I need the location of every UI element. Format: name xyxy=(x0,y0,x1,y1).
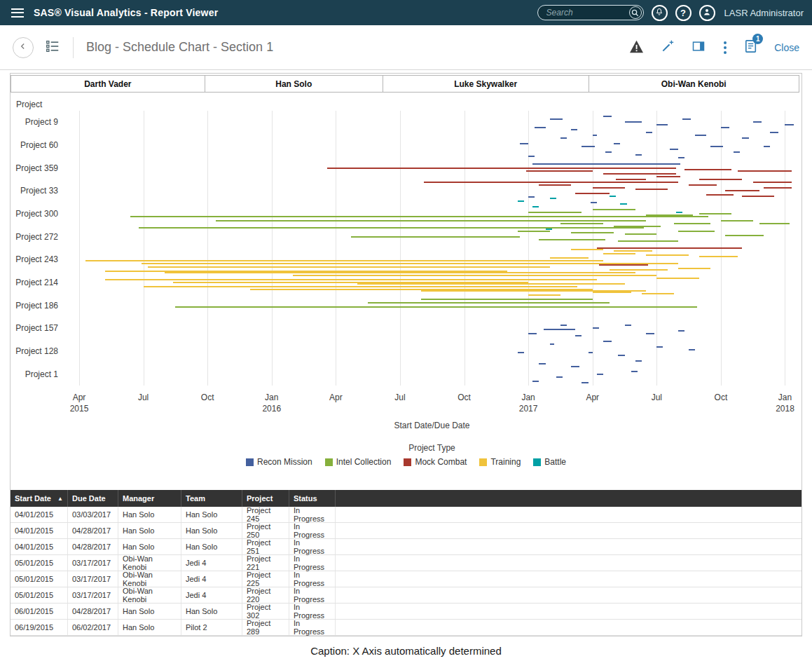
toc-button[interactable] xyxy=(45,39,60,56)
gantt-bar[interactable] xyxy=(642,293,674,294)
table-row[interactable]: 05/01/201503/17/2017Obi-Wan KenobiJedi 4… xyxy=(11,555,801,571)
person-filter-luke-skywalker[interactable]: Luke Skywalker xyxy=(383,75,589,93)
gantt-bar[interactable] xyxy=(618,355,624,356)
gantt-bar[interactable] xyxy=(560,325,567,326)
gantt-bar[interactable] xyxy=(725,190,759,191)
gantt-bar[interactable] xyxy=(357,283,625,285)
column-header-due-date[interactable]: Due Date xyxy=(68,490,118,507)
gantt-bar[interactable] xyxy=(614,226,661,227)
gantt-bar[interactable] xyxy=(646,254,689,256)
gantt-bar[interactable] xyxy=(670,149,678,150)
gantt-bar[interactable] xyxy=(550,198,556,199)
gantt-bar[interactable] xyxy=(351,236,520,238)
gantt-bar[interactable] xyxy=(753,182,792,183)
gantt-bar[interactable] xyxy=(678,157,684,158)
close-button[interactable]: Close xyxy=(774,42,799,53)
gantt-bar[interactable] xyxy=(327,168,676,169)
gantt-bar[interactable] xyxy=(616,179,646,180)
gantt-bar[interactable] xyxy=(625,233,657,235)
gantt-bar[interactable] xyxy=(599,264,648,266)
table-row[interactable]: 05/01/201503/17/2017Obi-Wan KenobiJedi 4… xyxy=(11,571,801,587)
gantt-bar[interactable] xyxy=(721,220,753,221)
gantt-bar[interactable] xyxy=(678,231,715,232)
gantt-bar[interactable] xyxy=(544,329,576,330)
gantt-bar[interactable] xyxy=(625,121,642,123)
help-button[interactable]: ? xyxy=(675,5,691,21)
gantt-bar[interactable] xyxy=(631,371,638,372)
gantt-bar[interactable] xyxy=(770,132,778,133)
gantt-bar[interactable] xyxy=(582,382,588,383)
gantt-bar[interactable] xyxy=(591,202,597,203)
gantt-bar[interactable] xyxy=(526,170,593,172)
gantt-bar[interactable] xyxy=(556,376,563,378)
gantt-bar[interactable] xyxy=(518,352,524,353)
gantt-bar[interactable] xyxy=(597,247,743,249)
gantt-bar[interactable] xyxy=(614,143,620,144)
gantt-bar[interactable] xyxy=(689,184,717,186)
gantt-bar[interactable] xyxy=(699,213,731,214)
gantt-bar[interactable] xyxy=(699,256,738,257)
gantt-bar[interactable] xyxy=(738,170,791,172)
alerts-button[interactable] xyxy=(629,40,644,55)
column-header-status[interactable]: Status xyxy=(289,490,336,507)
gantt-bar[interactable] xyxy=(635,189,668,190)
wand-button[interactable] xyxy=(661,39,675,55)
back-button[interactable] xyxy=(13,37,34,58)
gantt-bar[interactable] xyxy=(575,193,610,194)
gantt-bar[interactable] xyxy=(699,179,742,180)
gantt-bar[interactable] xyxy=(85,260,603,261)
column-header-manager[interactable]: Manager xyxy=(118,490,181,507)
gantt-bar[interactable] xyxy=(635,360,642,362)
column-header-start-date[interactable]: Start Date▲ xyxy=(11,490,68,507)
menu-icon[interactable] xyxy=(11,8,24,18)
gantt-bar[interactable] xyxy=(603,116,612,117)
gantt-bar[interactable] xyxy=(646,214,693,216)
gantt-bar[interactable] xyxy=(742,137,748,139)
person-filter-han-solo[interactable]: Han Solo xyxy=(205,75,383,93)
gantt-bar[interactable] xyxy=(603,253,635,254)
gantt-bar[interactable] xyxy=(518,200,524,202)
gantt-bar[interactable] xyxy=(539,239,605,240)
gantt-bar[interactable] xyxy=(676,212,682,213)
gantt-bar[interactable] xyxy=(571,366,579,367)
gantt-bar[interactable] xyxy=(424,182,678,183)
legend-item[interactable]: Training xyxy=(479,457,521,467)
search-input[interactable] xyxy=(545,7,629,18)
table-row[interactable]: 04/01/201504/28/2017Han SoloHan SoloProj… xyxy=(11,523,801,539)
gantt-bar[interactable] xyxy=(734,151,740,153)
gantt-bar[interactable] xyxy=(593,135,597,136)
gantt-bar[interactable] xyxy=(550,118,563,120)
gantt-bar[interactable] xyxy=(532,163,680,165)
column-header-team[interactable]: Team xyxy=(181,490,242,507)
table-row[interactable]: 04/01/201503/03/2017Han SoloHan SoloProj… xyxy=(11,507,801,523)
gantt-bar[interactable] xyxy=(216,220,646,221)
gantt-bar[interactable] xyxy=(603,173,676,175)
gantt-bar[interactable] xyxy=(550,343,554,345)
gantt-bar[interactable] xyxy=(546,229,552,230)
gantt-bar[interactable] xyxy=(759,223,790,224)
gantt-bar[interactable] xyxy=(725,235,764,236)
right-panel-button[interactable] xyxy=(691,39,706,55)
gantt-bar[interactable] xyxy=(597,374,603,375)
gantt-bar[interactable] xyxy=(674,223,710,224)
comments-button[interactable]: 1 xyxy=(745,39,757,55)
gantt-bar[interactable] xyxy=(539,184,571,186)
gantt-bar[interactable] xyxy=(620,203,626,205)
gantt-bar[interactable] xyxy=(532,206,539,207)
gantt-bar[interactable] xyxy=(139,227,644,229)
gantt-bar[interactable] xyxy=(614,250,652,252)
person-filter-obi-wan-kenobi[interactable]: Obi-Wan Kenobi xyxy=(589,75,799,93)
legend-item[interactable]: Battle xyxy=(533,457,566,467)
legend-item[interactable]: Intel Collection xyxy=(325,457,392,467)
gantt-bar[interactable] xyxy=(528,212,582,213)
gantt-bar[interactable] xyxy=(518,231,550,232)
gantt-bar[interactable] xyxy=(532,381,539,382)
gantt-bar[interactable] xyxy=(764,146,770,147)
search-icon[interactable] xyxy=(629,6,642,19)
gantt-bar[interactable] xyxy=(148,266,550,268)
legend-item[interactable]: Recon Mission xyxy=(246,457,312,467)
gantt-bar[interactable] xyxy=(695,135,706,136)
person-filter-darth-vader[interactable]: Darth Vader xyxy=(11,75,205,93)
column-header-project[interactable]: Project xyxy=(242,490,289,507)
gantt-bar[interactable] xyxy=(605,151,612,153)
